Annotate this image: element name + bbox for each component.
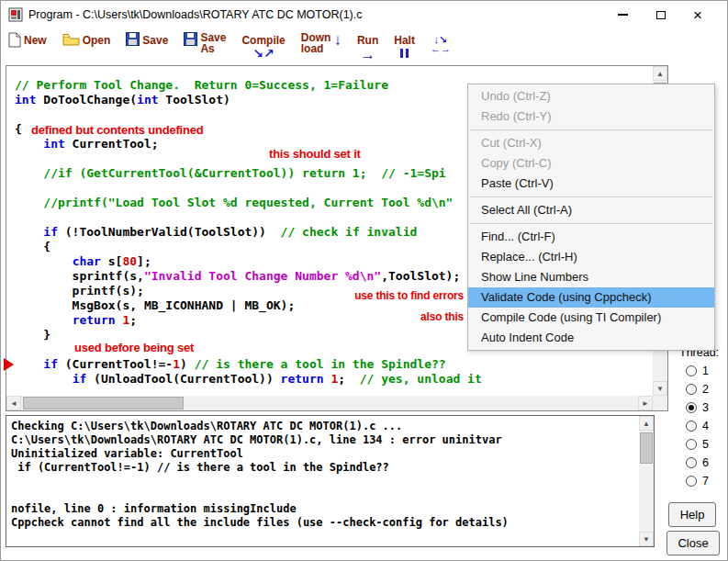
single-step-icon: ↓↘ ←→: [431, 35, 451, 53]
thread-radio-2[interactable]: 2: [686, 380, 709, 398]
save-as-floppy-icon: [184, 32, 197, 50]
maximize-icon: [656, 11, 666, 19]
menu-item-compile-code-using-ti-compiler[interactable]: Compile Code (using TI Compiler): [468, 308, 714, 328]
menu-separator: [470, 196, 712, 197]
save-as-label: SaveAs: [200, 32, 226, 54]
download-label: Download: [301, 32, 331, 54]
scroll-down-icon[interactable]: ▼: [653, 381, 667, 396]
run-label: Run: [357, 32, 378, 47]
menu-item-undo-ctrl-z: Undo (Ctrl-Z): [468, 86, 714, 107]
pause-icon: [400, 49, 409, 58]
halt-button[interactable]: Halt: [394, 32, 415, 58]
save-floppy-icon: [126, 32, 140, 50]
thread-radio-7[interactable]: 7: [686, 472, 709, 490]
console-line: [11, 475, 637, 488]
thread-radio-label: 1: [702, 365, 709, 377]
new-label: New: [24, 32, 47, 47]
help-button[interactable]: Help: [668, 502, 716, 527]
menu-separator: [470, 223, 712, 224]
thread-radio-1[interactable]: 1: [686, 362, 709, 380]
radio-icon: [686, 402, 697, 413]
thread-radio-5[interactable]: 5: [686, 435, 709, 454]
code-line: if (CurrentTool!=-1) // is there a tool …: [15, 357, 651, 372]
console-line: Cppcheck cannot find all the include fil…: [11, 516, 637, 530]
window-title: Program - C:\Users\tk\Downloads\ROTARY A…: [28, 1, 363, 28]
save-as-button[interactable]: SaveAs: [184, 32, 226, 54]
console-line: nofile, line 0 : information missingIncl…: [11, 502, 637, 516]
close-dialog-button[interactable]: Close: [666, 531, 720, 555]
minimize-button[interactable]: [610, 4, 634, 26]
output-console[interactable]: Checking C:\Users\tk\Downloads\ROTARY AT…: [6, 415, 655, 547]
scrollbar-thumb[interactable]: [23, 397, 184, 410]
download-button[interactable]: Download ↓: [301, 32, 342, 54]
console-line: C:\Users\tk\Downloads\ROTARY ATC DC MOTO…: [11, 433, 637, 447]
halt-label: Halt: [394, 32, 415, 47]
annotation-defined-undefined: defined but contents undefined: [31, 123, 204, 137]
annotation-find-errors: use this to find errors: [354, 289, 464, 302]
radio-icon: [686, 439, 697, 450]
run-arrow-icon: →: [360, 47, 375, 63]
menu-item-paste-ctrl-v[interactable]: Paste (Ctrl-V): [468, 174, 714, 194]
menu-item-validate-code-using-cppcheck[interactable]: Validate Code (using Cppcheck): [468, 287, 714, 308]
scroll-up-icon[interactable]: ▲: [639, 416, 654, 431]
thread-radio-label: 3: [702, 401, 709, 414]
menu-item-auto-indent-code[interactable]: Auto Indent Code: [468, 328, 714, 348]
radio-icon: [686, 457, 697, 468]
single-step-button[interactable]: ↓↘ ←→: [431, 32, 451, 53]
save-label: Save: [142, 32, 168, 47]
scrollbar-thumb[interactable]: [640, 432, 653, 464]
compile-arrows-icon: ↘↗: [252, 47, 274, 60]
console-lines: Checking C:\Users\tk\Downloads\ROTARY AT…: [11, 420, 637, 544]
thread-radio-label: 4: [702, 420, 709, 432]
thread-radio-label: 6: [702, 456, 709, 469]
run-button[interactable]: Run →: [357, 32, 378, 63]
editor-horizontal-scrollbar[interactable]: ◄ ►: [6, 396, 653, 410]
code-line: if (UnloadTool(CurrentTool)) return 1; /…: [15, 372, 651, 387]
scroll-right-icon[interactable]: ►: [638, 396, 653, 410]
context-menu: Undo (Ctrl-Z)Redo (Ctrl-Y)Cut (Ctrl-X)Co…: [467, 84, 715, 351]
menu-item-select-all-ctrl-a[interactable]: Select All (Ctrl-A): [468, 200, 714, 220]
new-file-icon: [8, 32, 21, 51]
thread-radio-3[interactable]: 3: [686, 398, 709, 417]
menu-item-find-ctrl-f[interactable]: Find... (Ctrl-F): [468, 227, 714, 247]
scroll-up-icon[interactable]: ▲: [653, 66, 667, 81]
thread-radio-label: 2: [702, 383, 709, 396]
console-line: [11, 488, 637, 502]
app-window: Program - C:\Users\tk\Downloads\ROTARY A…: [0, 0, 728, 561]
menu-item-show-line-numbers[interactable]: Show Line Numbers: [468, 267, 714, 287]
compile-button[interactable]: Compile ↘↗: [241, 32, 285, 60]
annotation-used-before-set: used before being set: [74, 341, 194, 354]
close-icon: ×: [693, 7, 702, 23]
thread-radio-4[interactable]: 4: [686, 417, 709, 435]
menu-item-redo-ctrl-y: Redo (Ctrl-Y): [468, 107, 714, 127]
scroll-down-icon[interactable]: ▼: [639, 532, 654, 546]
scrollbar-corner: [653, 396, 667, 410]
console-line: Checking C:\Users\tk\Downloads\ROTARY AT…: [11, 420, 637, 433]
radio-icon: [686, 421, 697, 432]
menu-item-replace-ctrl-h[interactable]: Replace... (Ctrl-H): [468, 247, 714, 267]
menu-item-cut-ctrl-x: Cut (Ctrl-X): [468, 133, 714, 153]
scroll-left-icon[interactable]: ◄: [6, 396, 21, 410]
radio-icon: [686, 476, 697, 487]
compile-label: Compile: [241, 32, 285, 47]
download-arrow-icon: ↓: [333, 32, 342, 49]
current-line-marker-icon: [4, 358, 14, 371]
open-folder-icon: [62, 32, 80, 50]
thread-options: 1234567: [686, 362, 709, 490]
maximize-button[interactable]: [649, 4, 673, 26]
console-vertical-scrollbar[interactable]: ▲ ▼: [639, 416, 654, 546]
close-button[interactable]: ×: [686, 4, 710, 26]
radio-icon: [686, 384, 697, 395]
console-line: if (CurrentTool!=-1) // is there a tool …: [11, 461, 637, 475]
minimize-icon: [618, 14, 628, 16]
new-button[interactable]: New: [8, 32, 47, 51]
open-label: Open: [83, 32, 111, 47]
menu-separator: [470, 129, 712, 130]
annotation-also-this: also this: [420, 310, 464, 323]
open-button[interactable]: Open: [62, 32, 111, 50]
save-button[interactable]: Save: [126, 32, 168, 50]
app-icon: [8, 7, 23, 22]
console-line: Uninitialized variable: CurrentTool: [11, 447, 637, 461]
thread-radio-6[interactable]: 6: [686, 454, 709, 472]
thread-radio-label: 5: [702, 438, 709, 451]
